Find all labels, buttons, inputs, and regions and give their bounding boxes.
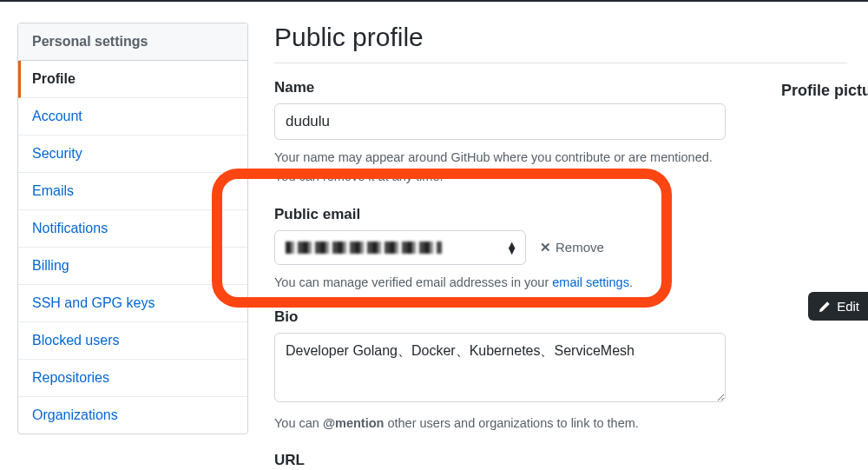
sidebar-item-emails[interactable]: Emails <box>18 173 247 210</box>
sidebar-item-security[interactable]: Security <box>18 136 247 173</box>
bio-label: Bio <box>274 308 868 326</box>
sidebar-item-billing[interactable]: Billing <box>18 248 247 285</box>
name-section: Name Your name may appear around GitHub … <box>274 79 868 187</box>
sidebar-item-profile[interactable]: Profile <box>18 61 247 98</box>
sidebar-item-notifications[interactable]: Notifications <box>18 210 247 248</box>
bio-section: Bio You can @mention other users and org… <box>274 308 868 434</box>
public-email-value-redacted <box>286 242 442 254</box>
remove-email-button[interactable]: ✕ Remove <box>540 240 604 255</box>
edit-label: Edit <box>837 299 859 314</box>
bio-hint: You can @mention other users and organiz… <box>274 414 726 434</box>
name-input[interactable] <box>274 103 726 140</box>
sidebar-item-account[interactable]: Account <box>18 98 247 136</box>
profile-picture-column: Profile picture <box>781 82 868 100</box>
url-label: URL <box>274 452 868 469</box>
sidebar-item-repositories[interactable]: Repositories <box>18 360 247 397</box>
sidebar-header: Personal settings <box>18 23 247 61</box>
url-section: URL <box>274 452 868 469</box>
email-settings-link[interactable]: email settings <box>552 275 629 289</box>
name-label: Name <box>274 79 868 96</box>
public-email-label: Public email <box>274 206 868 223</box>
page-title: Public profile <box>274 23 868 52</box>
select-chevrons-icon: ▲▼ <box>506 242 517 254</box>
profile-picture-label: Profile picture <box>781 82 868 100</box>
settings-sidebar: Personal settings Profile Account Securi… <box>0 5 248 470</box>
public-email-select[interactable] <box>274 230 526 265</box>
main-content: Public profile Name Your name may appear… <box>248 5 868 470</box>
edit-button[interactable]: Edit <box>808 292 868 321</box>
divider <box>274 63 847 63</box>
public-email-section: Public email ▲▼ ✕ Remove You can manage … <box>274 206 868 289</box>
sidebar-item-organizations[interactable]: Organizations <box>18 397 247 434</box>
name-hint: Your name may appear around GitHub where… <box>274 149 726 187</box>
public-email-hint: You can manage verified email addresses … <box>274 275 868 289</box>
bio-textarea[interactable] <box>274 333 726 402</box>
pencil-icon <box>819 301 831 313</box>
sidebar-item-ssh-gpg-keys[interactable]: SSH and GPG keys <box>18 285 247 322</box>
sidebar-item-blocked-users[interactable]: Blocked users <box>18 322 247 360</box>
remove-label: Remove <box>556 240 604 255</box>
close-icon: ✕ <box>540 240 551 255</box>
